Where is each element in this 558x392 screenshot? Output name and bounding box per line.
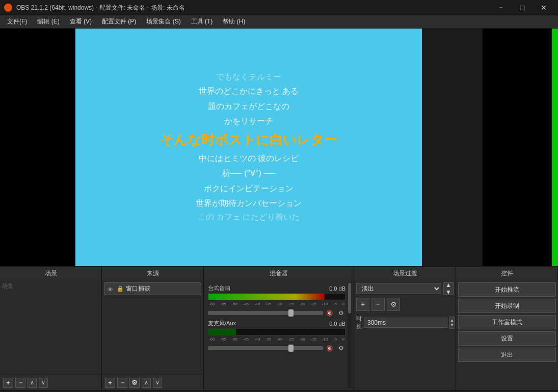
control-button-工作室模式[interactable]: 工作室模式 bbox=[458, 315, 556, 329]
mixer-panel-header: 混音器 bbox=[204, 267, 354, 280]
titlebar: OBS 21.1.2 (64bit, windows) - 配置文件: 未命名 … bbox=[0, 0, 558, 15]
duration-arrow[interactable]: ▲▼ bbox=[449, 317, 455, 329]
lock-icon[interactable]: 🔒 bbox=[117, 285, 124, 292]
mixer-level-fill bbox=[208, 294, 325, 300]
mixer-tick: -60 bbox=[209, 337, 215, 342]
menu-item-配置文件P[interactable]: 配置文件 (P) bbox=[97, 16, 141, 28]
source-add-button[interactable]: + bbox=[105, 378, 115, 388]
eye-icon[interactable]: 👁 bbox=[108, 286, 115, 292]
transition-panel-header: 场景过渡 bbox=[354, 267, 456, 280]
transition-remove-button[interactable]: － bbox=[371, 298, 385, 311]
menubar: 文件(F)编辑 (E)查看 (V)配置文件 (P)场景集合 (S)工具 (T)帮… bbox=[0, 15, 558, 29]
controls-panel-header: 控件 bbox=[456, 267, 558, 280]
mixer-fader-thumb[interactable] bbox=[288, 309, 294, 317]
mixer-tick: -15 bbox=[310, 337, 316, 342]
mixer-level-bar bbox=[208, 328, 346, 335]
transition-type-select[interactable]: 淡出 bbox=[356, 283, 441, 294]
scene-up-button[interactable]: ∧ bbox=[28, 378, 37, 388]
source-remove-button[interactable]: － bbox=[117, 378, 127, 388]
minimize-button[interactable]: － bbox=[491, 0, 511, 15]
mixer-panel: 台式音响0.0 dB-60-55-50-45-40-35-30-25-20-15… bbox=[204, 280, 354, 390]
control-button-开始录制[interactable]: 开始录制 bbox=[458, 299, 556, 313]
mixer-channel-name: 台式音响 bbox=[208, 284, 230, 292]
mixer-fader[interactable] bbox=[208, 346, 323, 350]
transition-add-button[interactable]: + bbox=[356, 298, 369, 311]
control-button-退出[interactable]: 退出 bbox=[458, 348, 556, 362]
transition-panel: 淡出 ▲▼ + － ⚙ 时长 ▲▼ bbox=[354, 280, 456, 390]
menu-item-帮助H[interactable]: 帮助 (H) bbox=[218, 16, 250, 28]
transition-buttons-row: + － ⚙ bbox=[356, 298, 454, 311]
mixer-scrollbar-thumb bbox=[348, 283, 351, 313]
mixer-tick: 0 bbox=[342, 302, 344, 306]
menu-item-查看V[interactable]: 查看 (V) bbox=[65, 16, 97, 28]
duration-row: 时长 ▲▼ bbox=[356, 315, 454, 330]
preview-line: この カフェ にたどり着いた bbox=[198, 212, 300, 223]
control-button-设置[interactable]: 设置 bbox=[458, 331, 556, 346]
mixer-channel-name: 麦克风/Aux bbox=[208, 320, 236, 327]
mixer-settings-button[interactable]: ⚙ bbox=[336, 344, 346, 353]
obs-logo bbox=[4, 4, 12, 12]
mixer-tick: -35 bbox=[265, 337, 272, 342]
menu-item-工具T[interactable]: 工具 (T) bbox=[186, 16, 218, 28]
duration-input[interactable] bbox=[364, 318, 447, 328]
mixer-fader[interactable] bbox=[208, 311, 323, 315]
preview-line: でもなくテルミー bbox=[216, 72, 281, 83]
preview-line: 中にはヒミツの 彼のレシピ bbox=[199, 152, 299, 165]
mixer-ticks: -60-55-50-45-40-35-30-25-20-15-10-50 bbox=[208, 337, 346, 342]
mixer-tick: -50 bbox=[231, 302, 237, 306]
mixer-tick: -10 bbox=[322, 337, 328, 342]
menu-item-场景集合S[interactable]: 场景集合 (S) bbox=[141, 16, 185, 28]
mixer-icons: 🔇⚙ bbox=[325, 344, 346, 353]
scene-panel-content: 场景 bbox=[0, 280, 101, 375]
preview-line: 世界のどこかにきっと ある bbox=[199, 85, 299, 98]
bottom-area: 场景 来源 混音器 场景过渡 控件 场景 + － ∧ ∨ bbox=[0, 266, 558, 390]
mixer-tick: -10 bbox=[322, 302, 328, 306]
mixer-tick: -5 bbox=[333, 337, 337, 342]
mixer-tick: -25 bbox=[288, 337, 294, 342]
source-toolbar: + － ⚙ ∧ ∨ bbox=[102, 375, 203, 390]
mixer-fader-row: 🔇⚙ bbox=[208, 344, 346, 353]
mixer-channel: 麦克风/Aux0.0 dB-60-55-50-45-40-35-30-25-20… bbox=[208, 320, 346, 353]
mixer-fader-thumb[interactable] bbox=[288, 345, 294, 352]
control-button-开始推流[interactable]: 开始推流 bbox=[458, 282, 556, 297]
mixer-scrollbar[interactable] bbox=[348, 282, 352, 388]
scene-down-button[interactable]: ∨ bbox=[39, 378, 48, 388]
source-up-button[interactable]: ∧ bbox=[142, 378, 151, 388]
mixer-ticks: -60-55-50-45-40-35-30-25-20-15-10-50 bbox=[208, 302, 346, 306]
mixer-tick: -20 bbox=[299, 337, 305, 342]
preview-line: 題のカフェがどこなの bbox=[208, 100, 289, 113]
mixer-tick: -45 bbox=[243, 337, 249, 342]
menu-item-编辑E[interactable]: 编辑 (E) bbox=[32, 16, 64, 28]
source-panel: 👁🔒窗口捕获 + － ⚙ ∧ ∨ bbox=[102, 280, 204, 390]
source-panel-header: 来源 bbox=[102, 267, 204, 280]
panels: 场景 + － ∧ ∨ 👁🔒窗口捕获 + － ⚙ ∧ ∨ bbox=[0, 280, 558, 390]
source-item[interactable]: 👁🔒窗口捕获 bbox=[104, 282, 201, 295]
source-settings-button[interactable]: ⚙ bbox=[129, 378, 140, 388]
mixer-settings-button[interactable]: ⚙ bbox=[336, 308, 346, 318]
scene-panel: 场景 + － ∧ ∨ bbox=[0, 280, 102, 390]
mixer-channel-header: 麦克风/Aux0.0 dB bbox=[208, 320, 346, 327]
scene-add-button[interactable]: + bbox=[3, 378, 13, 388]
transition-select-arrow[interactable]: ▲▼ bbox=[443, 282, 454, 295]
preview-content: でもなくテルミー世界のどこかにきっと ある題のカフェがどこなのかをリサーチそんな… bbox=[75, 29, 422, 266]
controls-panel: 开始推流开始录制工作室模式设置退出 bbox=[456, 280, 558, 390]
maximize-button[interactable]: □ bbox=[512, 0, 533, 15]
preview-black-left bbox=[0, 29, 75, 266]
mixer-mute-button[interactable]: 🔇 bbox=[325, 308, 334, 318]
right-color-bar bbox=[552, 29, 558, 266]
source-panel-content: 👁🔒窗口捕获 bbox=[102, 280, 203, 375]
mixer-tick: -50 bbox=[231, 337, 237, 342]
preview-black-right bbox=[483, 29, 558, 266]
scene-remove-button[interactable]: － bbox=[15, 378, 25, 388]
mixer-mute-button[interactable]: 🔇 bbox=[325, 344, 334, 353]
mixer-channel-header: 台式音响0.0 dB bbox=[208, 284, 346, 292]
mixer-tick: -20 bbox=[299, 302, 305, 306]
menu-item-文件F[interactable]: 文件(F) bbox=[2, 16, 32, 28]
source-down-button[interactable]: ∨ bbox=[153, 378, 162, 388]
transition-settings-button[interactable]: ⚙ bbox=[387, 298, 400, 311]
close-button[interactable]: ✕ bbox=[534, 0, 554, 15]
titlebar-left: OBS 21.1.2 (64bit, windows) - 配置文件: 未命名 … bbox=[4, 4, 185, 12]
titlebar-controls: － □ ✕ bbox=[491, 0, 554, 15]
mixer-tick: 0 bbox=[342, 337, 344, 342]
scene-panel-header: 场景 bbox=[0, 267, 102, 280]
